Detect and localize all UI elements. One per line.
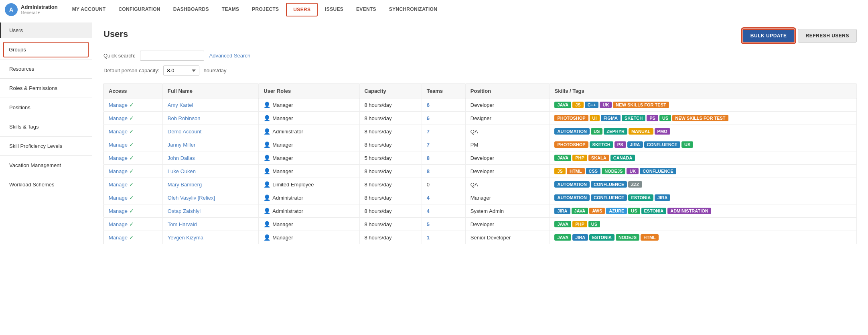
skill-tag[interactable]: JAVA [554, 234, 571, 241]
user-name-link[interactable]: Ostap Zaishlyi [168, 208, 201, 214]
teams-link[interactable]: 7 [427, 129, 430, 135]
skill-tag[interactable]: NODEJS [602, 168, 625, 174]
skill-tag[interactable]: PHOTOSHOP [554, 141, 588, 148]
sidebar-item-users[interactable]: Users [0, 22, 92, 38]
skill-tag[interactable]: FIGMA [601, 115, 621, 121]
nav-item-teams[interactable]: TEAMS [215, 0, 246, 19]
user-name-link[interactable]: Amy Kartel [168, 102, 193, 108]
skill-tag[interactable]: JIRA [572, 234, 588, 241]
nav-item-projects[interactable]: PROJECTS [245, 0, 285, 19]
sidebar-item-skills-tags[interactable]: Skills & Tags [0, 119, 92, 135]
skill-tag[interactable]: US [591, 128, 602, 135]
skill-tag[interactable]: JS [572, 102, 583, 108]
manage-link[interactable]: Manage [109, 168, 128, 174]
skill-tag[interactable]: ADMINISTRATION [667, 208, 711, 214]
nav-item-my-account[interactable]: MY ACCOUNT [66, 0, 112, 19]
search-input[interactable] [140, 51, 204, 61]
skill-tag[interactable]: JAVA [554, 221, 571, 227]
teams-link[interactable]: 7 [427, 142, 430, 148]
manage-link[interactable]: Manage [109, 155, 128, 161]
user-name-link[interactable]: Bob Robinson [168, 115, 201, 121]
user-name-link[interactable]: Oleh Vasyliv [Reliex] [168, 195, 215, 201]
sidebar-item-groups[interactable]: Groups [3, 42, 89, 57]
sidebar-item-skill-proficiency[interactable]: Skill Proficiency Levels [0, 138, 92, 154]
sidebar-item-workload[interactable]: Workload Schemes [0, 177, 92, 192]
skill-tag[interactable]: CANADA [610, 155, 635, 161]
refresh-users-button[interactable]: REFRESH USERS [798, 29, 857, 43]
nav-item-dashboards[interactable]: DASHBOARDS [167, 0, 215, 19]
sidebar-item-resources[interactable]: Resources [0, 61, 92, 77]
skill-tag[interactable]: ESTONIA [589, 234, 614, 241]
manage-link[interactable]: Manage [109, 235, 128, 241]
skill-tag[interactable]: US [681, 141, 693, 148]
teams-link[interactable]: 4 [427, 208, 430, 214]
skill-tag[interactable]: SKALA [588, 155, 609, 161]
skill-tag[interactable]: JAVA [572, 208, 588, 214]
skill-tag[interactable]: HTML [567, 168, 585, 174]
skill-tag[interactable]: PHOTOSHOP [554, 115, 588, 121]
teams-link[interactable]: 8 [427, 155, 430, 161]
teams-link[interactable]: 6 [427, 102, 430, 108]
skill-tag[interactable]: HTML [641, 234, 659, 241]
bulk-update-button[interactable]: BULK UPDATE [742, 29, 795, 43]
manage-link[interactable]: Manage [109, 142, 128, 148]
teams-link[interactable]: 8 [427, 168, 430, 174]
skill-tag[interactable]: UI [590, 115, 600, 121]
skill-tag[interactable]: ESTONIA [628, 194, 653, 201]
skill-tag[interactable]: PS [647, 115, 658, 121]
nav-item-synchronization[interactable]: SYNCHRONIZATION [383, 0, 444, 19]
manage-link[interactable]: Manage [109, 102, 128, 108]
manage-link[interactable]: Manage [109, 221, 128, 227]
skill-tag[interactable]: JAVA [554, 155, 571, 161]
sidebar-item-positions[interactable]: Positions [0, 100, 92, 115]
manage-link[interactable]: Manage [109, 208, 128, 214]
advanced-search-link[interactable]: Advanced Search [209, 53, 250, 59]
skill-tag[interactable]: CSS [586, 168, 601, 174]
skill-tag[interactable]: CONFLUENCE [591, 194, 627, 201]
skill-tag[interactable]: AUTOMATION [554, 181, 590, 188]
skill-tag[interactable]: SKETCH [590, 141, 613, 148]
skill-tag[interactable]: CONFLUENCE [640, 168, 676, 174]
skill-tag[interactable]: PMO [655, 128, 670, 135]
skill-tag[interactable]: NODEJS [616, 234, 639, 241]
skill-tag[interactable]: JAVA [554, 102, 571, 108]
skill-tag[interactable]: JIRA [627, 141, 643, 148]
sidebar-item-vacation[interactable]: Vacation Management [0, 157, 92, 173]
skill-tag[interactable]: UK [600, 102, 612, 108]
skill-tag[interactable]: PHP [572, 221, 587, 227]
skill-tag[interactable]: JIRA [655, 194, 670, 201]
teams-link[interactable]: 6 [427, 115, 430, 121]
user-name-link[interactable]: Mary Bamberg [168, 182, 202, 188]
skill-tag[interactable]: UK [627, 168, 639, 174]
manage-link[interactable]: Manage [109, 129, 128, 135]
user-name-link[interactable]: Demo Account [168, 129, 202, 135]
user-name-link[interactable]: John Dallas [168, 155, 195, 161]
manage-link[interactable]: Manage [109, 115, 128, 121]
skill-tag[interactable]: ZEPHYR [604, 128, 627, 135]
sidebar-item-roles-permissions[interactable]: Roles & Permissions [0, 80, 92, 96]
skill-tag[interactable]: ESTONIA [641, 208, 667, 214]
skill-tag[interactable]: US [659, 115, 671, 121]
user-name-link[interactable]: Yevgen Kizyma [168, 235, 203, 241]
skill-tag[interactable]: JIRA [554, 208, 570, 214]
skill-tag[interactable]: CONFLUENCE [591, 181, 627, 188]
nav-item-configuration[interactable]: CONFIGURATION [112, 0, 166, 19]
manage-link[interactable]: Manage [109, 195, 128, 201]
skill-tag[interactable]: AZURE [606, 208, 627, 214]
capacity-select[interactable]: 8.0 4.0 6.0 [163, 65, 199, 76]
teams-link[interactable]: 1 [427, 235, 430, 241]
user-name-link[interactable]: Janny Miller [168, 142, 195, 148]
skill-tag[interactable]: AUTOMATION [554, 194, 590, 201]
skill-tag[interactable]: NEW SKILLS FOR TEST [613, 102, 669, 108]
manage-link[interactable]: Manage [109, 182, 128, 188]
app-logo[interactable]: A Administration General ▾ [5, 3, 58, 16]
nav-item-users[interactable]: USERS [286, 3, 318, 16]
skill-tag[interactable]: US [628, 208, 640, 214]
skill-tag[interactable]: SKETCH [622, 115, 645, 121]
teams-link[interactable]: 4 [427, 195, 430, 201]
skill-tag[interactable]: CONFLUENCE [644, 141, 680, 148]
user-name-link[interactable]: Tom Harvald [168, 221, 197, 227]
skill-tag[interactable]: AUTOMATION [554, 128, 590, 135]
skill-tag[interactable]: NEW SKILLS FOR TEST [672, 115, 728, 121]
skill-tag[interactable]: PHP [572, 155, 587, 161]
